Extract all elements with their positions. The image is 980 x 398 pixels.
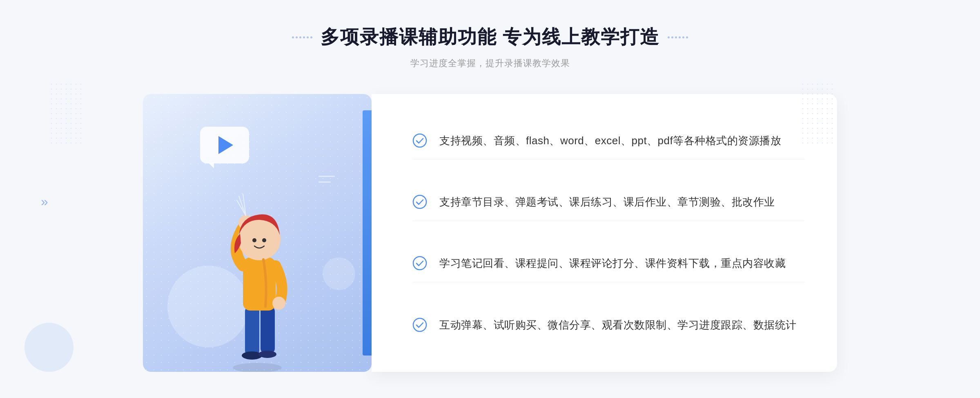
dots-decoration-right [800, 82, 833, 147]
svg-rect-2 [261, 306, 275, 353]
features-panel: 支持视频、音频、flash、word、excel、ppt、pdf等各种格式的资源… [372, 94, 837, 372]
title-decoration-left [292, 36, 312, 38]
header-section: 多项录播课辅助功能 专为线上教学打造 学习进度全掌握，提升录播课教学效果 [292, 25, 688, 69]
feature-text-3: 学习笔记回看、课程提问、课程评论打分、课件资料下载，重点内容收藏 [439, 255, 786, 272]
title-decoration-right [668, 36, 688, 38]
svg-point-11 [413, 134, 426, 147]
play-bubble [200, 127, 249, 163]
svg-point-12 [413, 195, 426, 208]
svg-point-4 [258, 351, 276, 358]
feature-text-1: 支持视频、音频、flash、word、excel、ppt、pdf等各种格式的资源… [439, 132, 781, 150]
play-icon [218, 136, 233, 154]
feature-text-2: 支持章节目录、弹题考试、课后练习、课后作业、章节测验、批改作业 [439, 194, 775, 211]
vertical-tab [363, 110, 372, 356]
deco-lines [318, 176, 339, 208]
main-content: 支持视频、音频、flash、word、excel、ppt、pdf等各种格式的资源… [143, 94, 837, 372]
check-circle-icon-2 [412, 195, 427, 209]
svg-point-14 [413, 318, 426, 331]
svg-point-7 [272, 297, 285, 310]
feature-item-3: 学习笔记回看、课程提问、课程评论打分、课件资料下载，重点内容收藏 [412, 245, 804, 282]
svg-point-10 [262, 238, 266, 242]
page-wrapper: » 多项录播课辅助功能 专为线上教学打造 学习进度全掌握，提升录播课教学效果 [0, 0, 980, 398]
svg-point-13 [413, 257, 426, 270]
chevron-decoration: » [41, 194, 48, 209]
feature-item-4: 互动弹幕、试听购买、微信分享、观看次数限制、学习进度跟踪、数据统计 [412, 307, 804, 344]
check-circle-icon-3 [412, 256, 427, 271]
svg-rect-1 [245, 306, 259, 356]
page-circle-decoration [24, 323, 74, 372]
svg-point-9 [252, 238, 256, 242]
feature-text-4: 互动弹幕、试听购买、微信分享、观看次数限制、学习进度跟踪、数据统计 [439, 317, 797, 334]
svg-point-0 [233, 363, 282, 372]
dots-decoration-left [49, 82, 82, 147]
header-title-row: 多项录播课辅助功能 专为线上教学打造 [292, 25, 688, 50]
illustration-card [143, 94, 372, 372]
person-illustration [200, 168, 314, 372]
feature-item-2: 支持章节目录、弹题考试、课后练习、课后作业、章节测验、批改作业 [412, 184, 804, 221]
feature-item-1: 支持视频、音频、flash、word、excel、ppt、pdf等各种格式的资源… [412, 123, 804, 160]
page-title: 多项录播课辅助功能 专为线上教学打造 [321, 25, 660, 50]
deco-circle-small [323, 257, 355, 290]
check-circle-icon-1 [412, 133, 427, 148]
page-subtitle: 学习进度全掌握，提升录播课教学效果 [292, 57, 688, 69]
check-circle-icon-4 [412, 318, 427, 332]
